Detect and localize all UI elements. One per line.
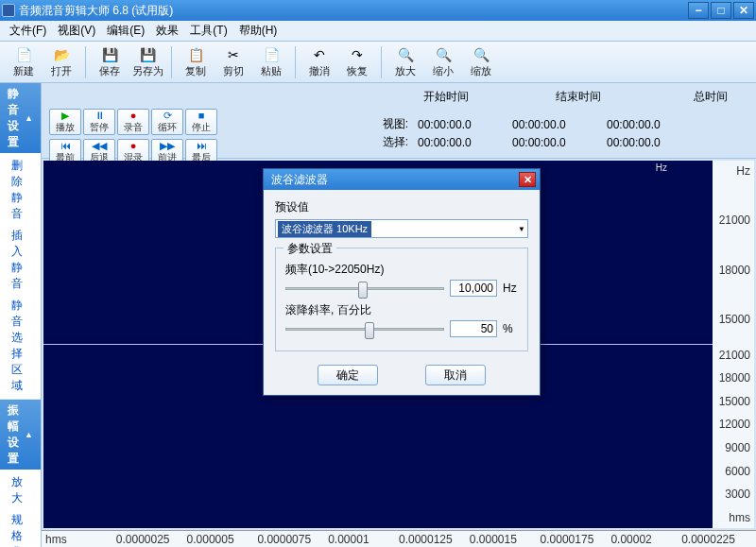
time-value: 00:00:00.0	[512, 136, 597, 149]
rolloff-value[interactable]: 50	[450, 320, 497, 337]
sidebar: 静音设置▲删除静音插入静音静音选择区域振幅设置▲放大规格化淡入淡出声道混音颤音延…	[0, 83, 42, 547]
axis-tick: Hz	[714, 164, 752, 178]
time-row-label: 视图:	[370, 116, 408, 132]
time-value: 00:00:00.0	[607, 118, 692, 131]
toolbar-复制[interactable]: 📋复制	[178, 43, 214, 81]
rolloff-unit: %	[503, 322, 518, 335]
preset-label: 预设值	[275, 199, 528, 215]
time-tick: 0.000005	[187, 533, 258, 545]
axis-tick: 6000	[714, 465, 752, 478]
toolbar-缩小[interactable]: 🔍缩小	[425, 43, 461, 81]
axis-tick: 21000	[714, 214, 752, 227]
axis-tick: 3000	[714, 487, 752, 501]
time-tick: 0.00001	[328, 533, 399, 545]
menu-item-4[interactable]: 工具(T)	[184, 21, 232, 41]
maximize-button[interactable]: □	[711, 2, 731, 19]
axis-tick: 15000	[714, 395, 752, 408]
time-tick: 0.0000125	[399, 533, 470, 545]
time-tick: 0.0000225	[681, 533, 752, 545]
preset-value: 波谷滤波器 10KHz	[278, 221, 371, 237]
freq-label: 频率(10->22050Hz)	[285, 262, 518, 278]
transport-录音[interactable]: ●录音	[117, 109, 149, 135]
app-icon	[2, 4, 15, 17]
menu-item-5[interactable]: 帮助(H)	[233, 21, 284, 41]
sidebar-item-0-2[interactable]: 静音选择区域	[0, 295, 41, 397]
transport-播放[interactable]: ▶播放	[49, 109, 81, 135]
toolbar-新建[interactable]: 📄新建	[6, 43, 42, 81]
freq-value[interactable]: 10,000	[450, 280, 497, 297]
ok-button[interactable]: 确定	[318, 365, 378, 385]
chevron-icon: ▲	[25, 430, 33, 439]
time-tick: hms	[45, 533, 116, 545]
time-value: 00:00:00.0	[607, 136, 692, 149]
close-button[interactable]: ✕	[733, 2, 754, 19]
time-tick: 0.00002	[610, 533, 681, 545]
toolbar-恢复[interactable]: ↷恢复	[339, 43, 375, 81]
menubar: 文件(F)视图(V)编辑(E)效果工具(T)帮助(H)	[0, 21, 756, 42]
time-axis: hms0.00000250.0000050.00000750.000010.00…	[42, 530, 756, 547]
freq-slider[interactable]	[285, 280, 444, 297]
axis-tick: 18000	[714, 264, 752, 277]
axis-tick: 12000	[714, 418, 752, 431]
dialog-close-button[interactable]: ✕	[519, 172, 536, 187]
time-value: 00:00:00.0	[418, 118, 503, 131]
time-header: 开始时间	[408, 89, 484, 105]
transport-停止[interactable]: ■停止	[185, 109, 217, 135]
sidebar-group-1[interactable]: 振幅设置▲	[0, 400, 41, 470]
axis-tick: hms	[714, 511, 752, 524]
transport-循环[interactable]: ⟳循环	[151, 109, 183, 135]
transport-暂停[interactable]: ⏸暂停	[83, 109, 115, 135]
main-toolbar: 📄新建📂打开💾保存💾另存为📋复制✂剪切📄粘贴↶撤消↷恢复🔍放大🔍缩小🔍缩放	[0, 42, 756, 83]
sidebar-item-1-1[interactable]: 规格化	[0, 509, 41, 547]
time-row-label: 选择:	[370, 134, 408, 150]
sidebar-item-1-0[interactable]: 放大	[0, 471, 41, 509]
sidebar-item-0-1[interactable]: 插入静音	[0, 225, 41, 295]
toolbar-撤消[interactable]: ↶撤消	[301, 43, 337, 81]
minimize-button[interactable]: −	[688, 2, 709, 19]
sidebar-group-0[interactable]: 静音设置▲	[0, 83, 41, 153]
time-header: 总时间	[673, 89, 748, 105]
axis-tick: 15000	[714, 313, 752, 326]
cancel-button[interactable]: 取消	[425, 365, 486, 385]
time-tick: 0.000015	[470, 533, 541, 545]
toolbar-缩放[interactable]: 🔍缩放	[463, 43, 499, 81]
axis-tick: 9000	[714, 441, 752, 454]
freq-unit: Hz	[503, 282, 518, 295]
rolloff-slider[interactable]	[285, 320, 444, 337]
notch-filter-dialog: 波谷滤波器 ✕ 预设值 波谷滤波器 10KHz ▼ 参数设置 频率(10->22…	[263, 168, 541, 396]
chevron-down-icon: ▼	[518, 225, 525, 233]
time-value: 00:00:00.0	[512, 118, 597, 131]
axis-tick: 18000	[714, 371, 752, 385]
menu-item-1[interactable]: 视图(V)	[52, 21, 101, 41]
preset-combo[interactable]: 波谷滤波器 10KHz ▼	[275, 219, 528, 238]
menu-item-3[interactable]: 效果	[150, 21, 184, 41]
time-tick: 0.0000025	[116, 533, 187, 545]
time-header: 结束时间	[541, 89, 616, 105]
toolbar-放大[interactable]: 🔍放大	[387, 43, 423, 81]
time-tick: 0.0000075	[257, 533, 328, 545]
menu-item-0[interactable]: 文件(F)	[4, 21, 52, 41]
toolbar-打开[interactable]: 📂打开	[43, 43, 79, 81]
toolbar-剪切[interactable]: ✂剪切	[215, 43, 251, 81]
axis-tick: 21000	[714, 349, 752, 362]
chevron-icon: ▲	[25, 113, 33, 123]
toolbar-另存为[interactable]: 💾另存为	[129, 43, 165, 81]
rolloff-label: 滚降斜率, 百分比	[285, 302, 518, 318]
menu-item-2[interactable]: 编辑(E)	[101, 21, 150, 41]
time-tick: 0.0000175	[541, 533, 611, 545]
toolbar-粘贴[interactable]: 📄粘贴	[253, 43, 289, 81]
window-title: 音频混音剪辑大师 6.8 (试用版)	[19, 3, 173, 19]
time-value: 00:00:00.0	[418, 136, 503, 149]
sidebar-item-0-0[interactable]: 删除静音	[0, 155, 41, 225]
dialog-title: 波谷滤波器	[271, 172, 328, 188]
toolbar-保存[interactable]: 💾保存	[92, 43, 128, 81]
params-legend: 参数设置	[284, 241, 336, 257]
